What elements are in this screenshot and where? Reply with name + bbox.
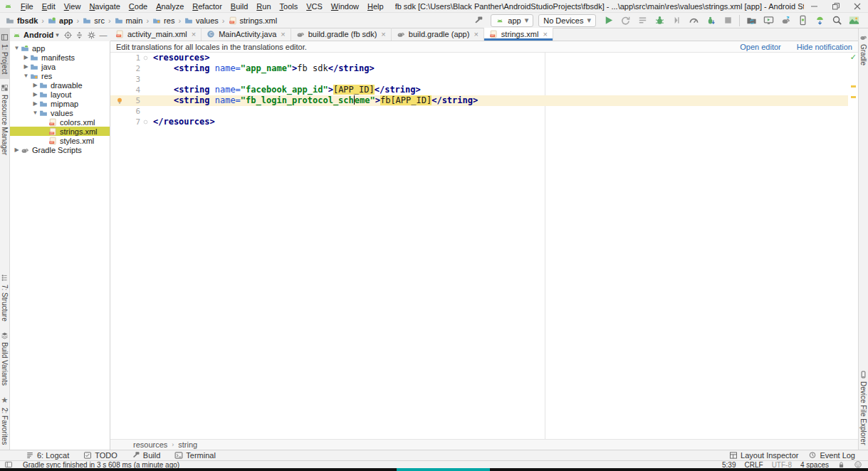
restore-button[interactable] [825,0,847,13]
menu-tools[interactable]: Tools [276,1,303,11]
tree-item-values[interactable]: ▼values [10,108,110,117]
caret-position[interactable]: 5:39 [722,461,736,469]
select-opened-file-button[interactable] [63,28,73,42]
code-line-4[interactable]: 4 <string name="facebook_app_id">[APP_ID… [110,85,858,95]
tree-item-strings-xml[interactable]: xmlstrings.xml [10,127,110,136]
menu-code[interactable]: Code [125,1,152,11]
menu-help[interactable]: Help [363,1,388,11]
menu-view[interactable]: View [60,1,85,11]
close-icon[interactable]: × [543,30,547,38]
menu-window[interactable]: Window [327,1,363,11]
breadcrumb-item-fbsdk[interactable]: fbsdk [4,16,39,25]
tool-window-button-1-project[interactable]: 1: Project [0,28,9,79]
close-icon[interactable]: × [281,30,285,38]
hide-notification-link[interactable]: Hide notification [797,43,852,51]
tool-window-button-layout-inspector[interactable]: Layout Inspector [729,451,798,460]
tree-item-colors-xml[interactable]: xmlcolors.xml [10,117,110,127]
sdk-manager-icon[interactable] [812,14,827,28]
menu-file[interactable]: File [16,1,38,11]
code-line-5[interactable]: 5 <string name="fb_login_protocol_scheme… [110,95,858,106]
breadcrumb-item-res[interactable]: res [151,16,176,25]
tool-window-button-todo[interactable]: TODO [83,451,117,460]
tab-build-gradle-fb-sdk-[interactable]: build.gradle (fb sdk)× [291,28,392,41]
close-button[interactable] [847,0,868,13]
tree-item-drawable[interactable]: ▶drawable [10,80,110,90]
code-line-6[interactable]: 6 [110,106,858,117]
open-editor-link[interactable]: Open editor [740,43,780,51]
sync-project-icon[interactable] [744,14,758,28]
line-ending-indicator[interactable]: CRLF [745,461,763,469]
fold-marker-icon[interactable] [140,55,150,61]
tool-window-button-terminal[interactable]: Terminal [174,451,216,460]
code-line-2[interactable]: 2 <string name="app_name">fb sdk</string… [110,63,858,74]
tool-window-button-resource-manager[interactable]: Resource Manager [0,79,9,160]
close-icon[interactable]: × [192,30,196,38]
tool-window-button-7-structure[interactable]: 7: Structure [0,269,9,327]
tab-MainActivity-java[interactable]: CMainActivity.java× [202,28,291,41]
tab-activity_main-xml[interactable]: xmlactivity_main.xml× [110,28,202,41]
warning-stripe-mark[interactable] [851,96,856,98]
close-icon[interactable]: × [474,30,478,38]
search-everywhere-icon[interactable] [830,14,844,28]
breadcrumb-item-strings-xml[interactable]: xmlstrings.xml [227,16,279,25]
code-line-3[interactable]: 3 [110,74,858,85]
error-stripe[interactable]: ✓ [848,53,858,439]
apply-code-changes-icon[interactable] [635,14,649,28]
device-monitor-icon[interactable] [761,14,775,28]
tool-window-button-gradle[interactable]: Gradle [859,28,868,70]
debug-button[interactable] [652,14,666,28]
indent-indicator[interactable]: 4 spaces [800,461,829,469]
tool-window-button-build-variants[interactable]: Build Variants [0,327,9,391]
tab-strings-xml[interactable]: xmlstrings.xml× [484,28,553,41]
run-button[interactable] [601,14,615,28]
close-icon[interactable]: × [381,30,385,38]
code-editor[interactable]: 1<resources>2 <string name="app_name">fb… [110,53,858,439]
tree-item-Gradle-Scripts[interactable]: ▶Gradle Scripts [10,145,110,154]
tool-window-button-event-log[interactable]: Event Log [808,451,855,460]
read-lock-icon[interactable] [837,461,845,469]
build-project-button[interactable] [471,14,486,28]
menu-vcs[interactable]: VCS [302,1,327,11]
breadcrumb-item-src[interactable]: src [81,16,106,25]
run-configuration-select[interactable]: app ▾ [491,14,533,27]
tree-item-res[interactable]: ▼res [10,71,110,80]
tool-window-button-build[interactable]: Build [132,451,160,460]
minimize-button[interactable] [804,0,825,13]
breadcrumb-item-values[interactable]: values [183,16,220,25]
tree-item-app[interactable]: ▼app [10,43,110,53]
tree-item-layout[interactable]: ▶layout [10,90,110,99]
profile-button[interactable] [686,14,701,28]
tab-build-gradle-app-[interactable]: build.gradle (app)× [392,28,484,41]
tree-item-styles-xml[interactable]: xmlstyles.xml [10,136,110,145]
stop-button[interactable] [721,14,735,28]
menu-analyze[interactable]: Analyze [152,1,188,11]
encoding-indicator[interactable]: UTF-8 [772,461,792,469]
xml-breadcrumb-string[interactable]: string [178,440,197,449]
breadcrumb-item-main[interactable]: main [113,16,145,25]
attach-debugger-icon[interactable] [704,14,718,28]
device-select[interactable]: No Devices ▾ [538,14,596,27]
apply-changes-icon[interactable] [618,14,632,28]
fold-marker-icon[interactable] [140,119,150,125]
code-line-1[interactable]: 1<resources> [110,53,858,63]
intention-bulb-icon[interactable] [110,97,129,105]
tree-item-mipmap[interactable]: ▶mipmap [10,99,110,108]
tool-window-button-6-logcat[interactable]: 6: Logcat [26,451,69,460]
hide-panel-button[interactable]: — [98,31,108,39]
menu-refactor[interactable]: Refactor [188,1,226,11]
warning-stripe-mark[interactable] [851,85,856,88]
tree-item-java[interactable]: ▶java [10,62,110,71]
avd-manager-icon[interactable] [795,14,810,28]
run-with-coverage-icon[interactable] [669,14,684,28]
settings-gear-button[interactable] [87,28,96,42]
project-view-selector[interactable]: Android [23,31,53,39]
xml-breadcrumb-resources[interactable]: resources [133,440,167,449]
breadcrumb-item-app[interactable]: app [46,16,75,25]
menu-edit[interactable]: Edit [38,1,60,11]
tree-item-manifests[interactable]: ▶manifests [10,53,110,62]
collapse-all-button[interactable] [75,28,84,42]
menu-build[interactable]: Build [226,1,252,11]
menu-navigate[interactable]: Navigate [85,1,124,11]
tool-window-button-2-favorites[interactable]: ★2: Favorites [0,391,9,450]
gradle-sync-icon[interactable] [778,14,793,28]
